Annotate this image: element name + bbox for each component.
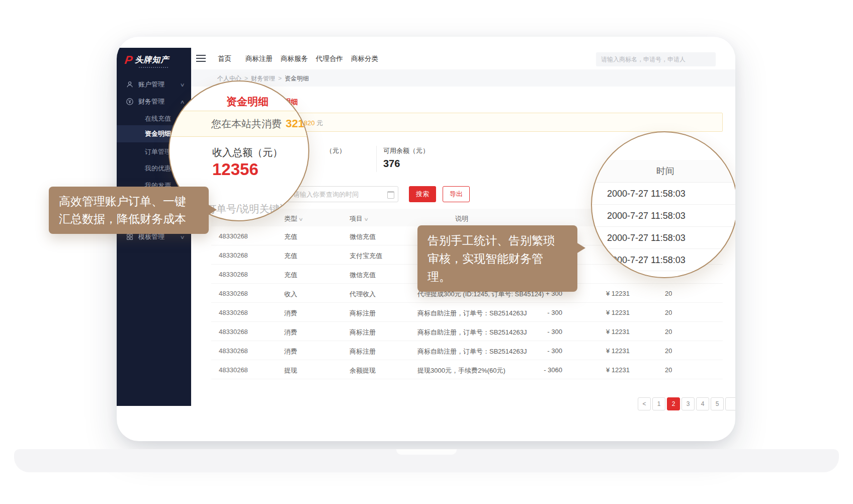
cell-type: 充值	[284, 251, 297, 261]
cell-time: 2000-7-27 11:58:03	[665, 366, 672, 374]
callout-right: 告别手工统计、告别繁琐审核，实现智能财务管理。	[417, 225, 577, 292]
cell-type: 充值	[284, 271, 297, 280]
callout-right-line: 理。	[428, 268, 567, 286]
consumption-banner-amount: 820 元	[304, 119, 323, 128]
chevron-down-icon: ∨	[298, 217, 303, 222]
cell-order-number: 48330268	[219, 347, 248, 355]
sidebar-item-0[interactable]: 账户管理∨	[117, 77, 191, 92]
pagination-next-partial[interactable]	[725, 397, 738, 410]
nav-item-3[interactable]: 代理合作	[316, 54, 343, 63]
cell-order-number: 48330268	[219, 290, 248, 297]
nav-item-0[interactable]: 首页	[218, 54, 231, 63]
stage: P 头牌知产 账户管理∨财务管理∧在线充值资金明细订单管理我的优惠券我的发票模板…	[0, 0, 853, 504]
search-button[interactable]: 搜索	[409, 186, 436, 202]
nav-item-4[interactable]: 商标分类	[351, 54, 378, 63]
table-row[interactable]: 48330268消费商标注册商标自助注册，订单号：SB2514263J- 300…	[211, 322, 723, 341]
pagination-page-5[interactable]: 5	[711, 397, 724, 410]
banner-amount-fragment: 820	[304, 119, 315, 127]
pagination-page-3[interactable]: 3	[681, 397, 695, 410]
chevron-up-icon: ∧	[180, 99, 185, 105]
pagination-prev-button[interactable]: <	[638, 397, 651, 410]
stat-divider	[376, 146, 377, 172]
table-row[interactable]: 48330268提现余额提现提现3000元，手续费2%(60元)- 3060¥ …	[211, 360, 723, 379]
cell-type: 提现	[284, 366, 297, 375]
table-row[interactable]: 48330268消费商标注册商标自助注册，订单号：SB2514263J- 300…	[211, 341, 723, 360]
banner-unit: 元	[316, 119, 323, 127]
cell-balance: ¥ 12231	[606, 309, 630, 316]
cell-time: 2000-7-27 11:58:03	[665, 347, 672, 355]
col-header-type[interactable]: 类型∨	[284, 214, 303, 223]
calendar-icon[interactable]	[387, 191, 394, 199]
cell-order-number: 48330268	[219, 328, 248, 335]
breadcrumb-segment-1[interactable]: 财务管理	[251, 75, 275, 82]
stat-middle-label-fragment: （元）	[326, 146, 346, 155]
cell-project: 余额提现	[350, 366, 376, 375]
table-row[interactable]: 48330268消费商标注册商标自助注册，订单号：SB2514263J- 300…	[211, 303, 723, 322]
col-header-desc: 说明	[455, 214, 468, 223]
cell-amount: - 300	[522, 309, 562, 316]
cell-balance: ¥ 12231	[606, 290, 630, 297]
magnified-banner-text: 您在本站共消费	[211, 117, 282, 131]
cell-description: 商标自助注册，订单号：SB2514263J	[417, 328, 527, 337]
cell-order-number: 48330268	[219, 366, 248, 374]
magnified-income-value: 12356	[212, 160, 259, 179]
cell-type: 充值	[284, 232, 297, 241]
balance-label: 可用余额（元）	[383, 146, 429, 155]
chevron-down-icon: ∨	[180, 82, 185, 88]
chevron-down-icon: ∨	[180, 234, 185, 240]
cell-balance: ¥ 12231	[606, 366, 630, 374]
sidebar-item-label: 订单管理	[145, 147, 171, 156]
pagination-page-2[interactable]: 2	[667, 397, 680, 410]
magnified-time-header: 时间	[592, 160, 738, 183]
brand-logo[interactable]: P 头牌知产	[125, 52, 169, 67]
callout-left: 高效管理账户订单、一键汇总数据，降低财务成本	[49, 187, 209, 234]
pagination-page-4[interactable]: 4	[696, 397, 709, 410]
cell-description: 提现3000元，手续费2%(60元)	[417, 366, 505, 375]
cell-description: 商标自助注册，订单号：SB2514263J	[417, 347, 527, 356]
export-button[interactable]: 导出	[443, 186, 470, 202]
cell-balance: ¥ 12231	[606, 347, 630, 355]
callout-left-line: 高效管理账户订单、一键	[59, 193, 199, 210]
sidebar-item-1[interactable]: 财务管理∧	[117, 94, 191, 109]
cell-project: 微信充值	[350, 271, 376, 280]
nav-item-2[interactable]: 商标服务	[281, 54, 308, 63]
balance-value: 376	[383, 158, 400, 170]
template-icon	[126, 233, 134, 241]
cell-project: 支付宝充值	[350, 251, 382, 261]
sidebar-item-label: 账户管理	[138, 80, 164, 89]
cell-project: 微信充值	[350, 232, 376, 241]
cell-type: 消费	[284, 328, 297, 337]
pagination-page-1[interactable]: 1	[652, 397, 665, 410]
brand-subtitle	[139, 67, 168, 68]
nav-item-1[interactable]: 商标注册	[245, 54, 273, 63]
cell-project: 代理收入	[350, 290, 376, 299]
cell-project: 商标注册	[350, 347, 376, 356]
cell-time: 2000-7-27 11:58:03	[665, 290, 672, 297]
user-icon	[126, 80, 134, 89]
sidebar-item-label: 财务管理	[138, 97, 164, 106]
time-query-input[interactable]	[287, 186, 398, 202]
sidebar-item-label: 在线充值	[145, 114, 171, 123]
callout-left-arrow-icon	[208, 204, 217, 215]
cell-project: 商标注册	[350, 309, 376, 318]
brand-name: 头牌知产	[135, 55, 169, 65]
cell-description: 商标自助注册，订单号：SB2514263J	[417, 309, 527, 318]
callout-right-line: 审核，实现智能财务管	[428, 249, 567, 268]
cell-amount: - 300	[522, 347, 562, 355]
chevron-down-icon: ∨	[364, 217, 369, 222]
sidebar-item-label: 资金明细	[145, 129, 171, 138]
magnified-banner: 您在本站共消费 32124	[168, 111, 309, 137]
cell-type: 消费	[284, 347, 297, 356]
cell-project: 商标注册	[350, 328, 376, 337]
cell-time: 2000-7-27 11:58:03	[665, 309, 672, 316]
search-input[interactable]	[596, 52, 716, 66]
brand-logo-icon: P	[124, 53, 133, 67]
breadcrumb-segment-2: 资金明细	[285, 75, 309, 82]
magnified-tab-label: 资金明细	[226, 95, 269, 109]
cell-type: 收入	[284, 290, 297, 299]
magnified-income-label: 收入总额（元）	[212, 146, 283, 159]
menu-icon[interactable]	[196, 55, 206, 62]
cell-amount: - 3060	[522, 366, 562, 374]
col-header-project[interactable]: 项目∨	[350, 214, 368, 223]
cell-order-number: 48330268	[219, 232, 248, 240]
